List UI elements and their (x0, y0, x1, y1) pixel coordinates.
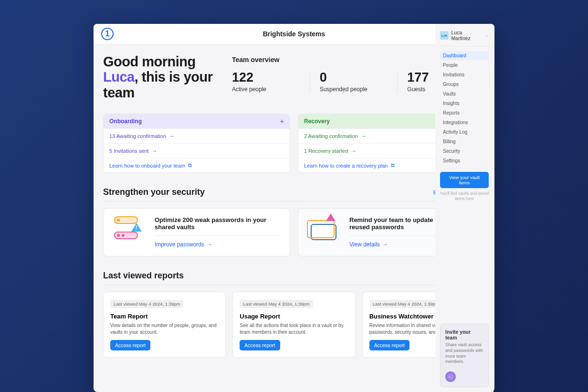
invite-illustration (445, 369, 483, 382)
view-vault-button[interactable]: View your vault items (440, 172, 489, 188)
sidebar-item-integrations[interactable]: Integrations (440, 118, 489, 127)
avatar: Lm (440, 31, 449, 40)
arrow-right-icon: → (169, 133, 175, 139)
plus-icon[interactable]: + (280, 117, 284, 125)
last-viewed-badge: Last viewed May 4 2024, 1:39pm (110, 300, 183, 308)
arrow-right-icon: → (207, 241, 212, 248)
view-details-link[interactable]: View details → (349, 241, 388, 248)
overview-title: Team overview (232, 56, 279, 64)
onboarding-card: Onboarding + 13 Awaiting confirmation → … (103, 114, 290, 173)
external-link-icon: ⧉ (188, 162, 192, 169)
sidebar-item-reports[interactable]: Reports (440, 108, 489, 117)
greeting-line1: Good morning (103, 54, 196, 69)
reports-section-head: Last viewed reports Go to Reports → (103, 271, 485, 285)
company-name: Brightside Systems (94, 30, 494, 38)
user-name: Luca Martinez (452, 30, 482, 41)
sidebar: Lm Luca Martinez ⌄ Dashboard People Invi… (435, 24, 494, 392)
insight-cards: Optimize 200 weak passwords in your shar… (103, 208, 485, 256)
status-cards: Onboarding + 13 Awaiting confirmation → … (103, 114, 485, 173)
reports-row: Last viewed May 4 2024, 1:39pm Team Repo… (103, 292, 485, 358)
arrow-right-icon: → (361, 133, 367, 139)
arrow-right-icon: → (382, 241, 388, 248)
arrow-right-icon: → (152, 148, 158, 154)
security-section-head: Strengthen your security Explore all Ins… (103, 187, 485, 201)
weak-password-illustration (111, 216, 147, 245)
report-team: Last viewed May 4 2024, 1:39pm Team Repo… (103, 292, 226, 358)
main-content: Good morning Luca, this is your team Tea… (94, 44, 494, 358)
user-menu[interactable]: Lm Luca Martinez ⌄ (440, 30, 489, 46)
external-link-icon: ⧉ (391, 162, 395, 169)
invite-panel[interactable]: Invite your team Share vault access and … (440, 324, 489, 387)
stat-active: 122 Active people (232, 70, 310, 93)
vault-hint: You'll find vaults and saved items here (440, 191, 489, 201)
sidebar-item-dashboard[interactable]: Dashboard (440, 51, 489, 60)
invite-desc: Share vault access and passwords with mo… (445, 342, 483, 365)
sidebar-item-security[interactable]: Security (440, 147, 489, 156)
app-window: 1 Brightside Systems 0 Good morning Luca… (94, 24, 494, 392)
sidebar-item-invitations[interactable]: Invitations (440, 70, 489, 79)
onboarding-invites[interactable]: 5 Invitations sent → (104, 143, 290, 158)
improve-passwords-link[interactable]: Improve passwords → (155, 241, 212, 248)
security-title: Strengthen your security (103, 187, 205, 197)
report-usage: Last viewed May 4 2024, 1:39pm Usage Rep… (232, 292, 355, 358)
sidebar-item-vaults[interactable]: Vaults (440, 89, 489, 98)
last-viewed-badge: Last viewed May 4 2024, 1:39pm (369, 300, 442, 308)
insight-weak-passwords: Optimize 200 weak passwords in your shar… (103, 208, 290, 256)
sidebar-item-settings[interactable]: Settings (440, 156, 489, 165)
invite-title: Invite your team (445, 329, 483, 340)
access-report-button[interactable]: Access report (240, 340, 280, 350)
logo-icon[interactable]: 1 (101, 28, 114, 40)
greeting-name: Luca (103, 69, 135, 85)
onboarding-header: Onboarding + (104, 114, 290, 128)
chevron-down-icon: ⌄ (485, 33, 489, 38)
onboarding-learn-link[interactable]: Learn how to onboard your team ⧉ (104, 158, 290, 172)
sidebar-item-groups[interactable]: Groups (440, 80, 489, 89)
greeting: Good morning Luca, this is your team (103, 54, 222, 100)
sidebar-item-people[interactable]: People (440, 61, 489, 70)
arrow-right-icon: → (351, 148, 357, 154)
topbar: 1 Brightside Systems 0 (94, 24, 494, 44)
last-viewed-badge: Last viewed May 4 2024, 1:39pm (240, 300, 313, 308)
hero-section: Good morning Luca, this is your team Tea… (103, 54, 485, 100)
onboarding-awaiting[interactable]: 13 Awaiting confirmation → (104, 128, 290, 143)
reused-password-illustration (306, 216, 342, 245)
stat-suspended: 0 Suspended people (320, 70, 398, 93)
access-report-button[interactable]: Access report (110, 340, 150, 350)
sidebar-item-activity-log[interactable]: Activity Log (440, 127, 489, 137)
sidebar-item-billing[interactable]: Billing (440, 137, 489, 146)
sidebar-item-insights[interactable]: Insights (440, 99, 489, 108)
reports-title: Last viewed reports (103, 271, 184, 281)
access-report-button[interactable]: Access report (369, 340, 410, 350)
